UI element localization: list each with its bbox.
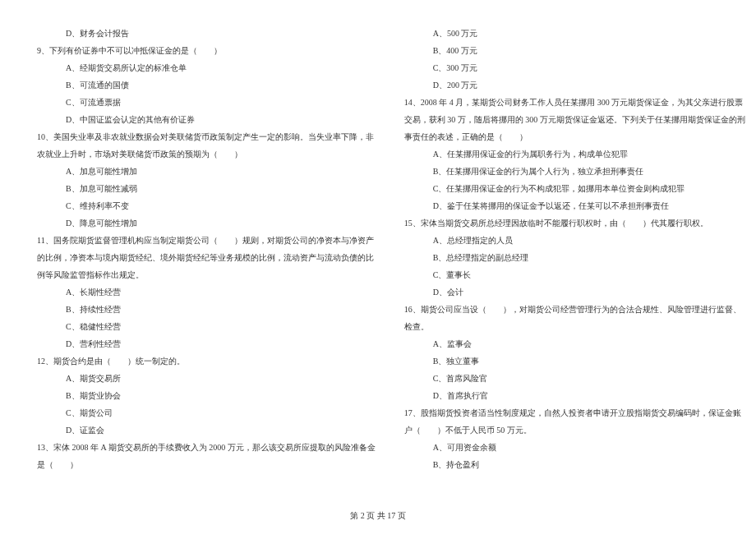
option-text: C、300 万元 bbox=[404, 59, 745, 76]
question-text: 14、2008 年 4 月，某期货公司财务工作人员任某挪用 300 万元期货保证… bbox=[404, 94, 745, 111]
question-text: 农就业上升时，市场对美联储货币政策的预期为（ ） bbox=[37, 145, 376, 163]
question-text: 12、期货合约是由（ ）统一制定的。 bbox=[37, 352, 376, 370]
right-column: A、500 万元 B、400 万元 C、300 万元 D、200 万元 14、2… bbox=[404, 25, 745, 501]
option-text: D、会计 bbox=[404, 283, 745, 301]
question-text: 9、下列有价证券中不可以冲抵保证金的是（ ） bbox=[37, 42, 376, 59]
option-text: D、财务会计报告 bbox=[37, 25, 376, 42]
question-text: 16、期货公司应当设（ ），对期货公司经营管理行为的合法合规性、风险管理进行监督… bbox=[404, 301, 745, 318]
question-text: 17、股指期货投资者适当性制度规定，自然人投资者申请开立股指期货交易编码时，保证… bbox=[404, 404, 745, 421]
option-text: B、加息可能性减弱 bbox=[37, 180, 376, 197]
page-footer: 第 2 页 共 17 页 bbox=[0, 510, 756, 522]
question-text: 11、国务院期货监督管理机构应当制定期货公司（ ）规则，对期货公司的净资本与净资… bbox=[37, 232, 376, 249]
option-text: C、首席风险官 bbox=[404, 370, 745, 387]
option-text: D、证监会 bbox=[37, 421, 376, 439]
option-text: D、营利性经营 bbox=[37, 335, 376, 352]
option-text: B、期货业协会 bbox=[37, 387, 376, 404]
question-text: 13、宋体 2008 年 A 期货交易所的手续费收入为 2000 万元，那么该交… bbox=[37, 439, 376, 456]
option-text: D、200 万元 bbox=[404, 76, 745, 94]
option-text: C、董事长 bbox=[404, 266, 745, 283]
option-text: D、鉴于任某将挪用的保证金予以返还，任某可以不承担刑事责任 bbox=[404, 197, 745, 214]
option-text: B、独立董事 bbox=[404, 352, 745, 370]
option-text: B、持续性经营 bbox=[37, 301, 376, 318]
option-text: C、稳健性经营 bbox=[37, 318, 376, 335]
option-text: B、可流通的国债 bbox=[37, 76, 376, 94]
question-text: 检查。 bbox=[404, 318, 745, 335]
question-text: 是（ ） bbox=[37, 456, 376, 473]
question-text: 10、美国失业率及非农就业数据会对美联储货币政策制定产生一定的影响。当失业率下降… bbox=[37, 128, 376, 145]
option-text: B、持仓盈利 bbox=[404, 456, 745, 473]
option-text: C、维持利率不变 bbox=[37, 197, 376, 214]
option-text: B、400 万元 bbox=[404, 42, 745, 59]
question-text: 的比例，净资本与境内期货经纪、境外期货经纪等业务规模的比例，流动资产与流动负债的… bbox=[37, 249, 376, 266]
option-text: C、期货公司 bbox=[37, 404, 376, 421]
question-text: 事责任的表述，正确的是（ ） bbox=[404, 128, 745, 145]
question-text: 交易，获利 30 万，随后将挪用的 300 万元期货保证金返还。下列关于任某挪用… bbox=[404, 111, 745, 128]
option-text: D、中国证监会认定的其他有价证券 bbox=[37, 111, 376, 128]
option-text: A、期货交易所 bbox=[37, 370, 376, 387]
option-text: B、总经理指定的副总经理 bbox=[404, 249, 745, 266]
question-text: 例等风险监管指标作出规定。 bbox=[37, 266, 376, 283]
option-text: A、长期性经营 bbox=[37, 283, 376, 301]
left-column: D、财务会计报告 9、下列有价证券中不可以冲抵保证金的是（ ） A、经期货交易所… bbox=[37, 25, 376, 501]
page-container: D、财务会计报告 9、下列有价证券中不可以冲抵保证金的是（ ） A、经期货交易所… bbox=[37, 25, 719, 501]
option-text: D、降息可能性增加 bbox=[37, 214, 376, 232]
question-text: 15、宋体当期货交易所总经理因故临时不能履行职权时，由（ ）代其履行职权。 bbox=[404, 214, 745, 232]
option-text: A、可用资金余额 bbox=[404, 439, 745, 456]
option-text: C、可流通票据 bbox=[37, 94, 376, 111]
option-text: A、经期货交易所认定的标准仓单 bbox=[37, 59, 376, 76]
question-text: 户（ ）不低于人民币 50 万元。 bbox=[404, 421, 745, 439]
option-text: D、首席执行官 bbox=[404, 387, 745, 404]
option-text: A、加息可能性增加 bbox=[37, 163, 376, 180]
option-text: B、任某挪用保证金的行为属个人行为，独立承担刑事责任 bbox=[404, 163, 745, 180]
option-text: A、总经理指定的人员 bbox=[404, 232, 745, 249]
option-text: A、500 万元 bbox=[404, 25, 745, 42]
option-text: C、任某挪用保证金的行为不构成犯罪，如挪用本单位资金则构成犯罪 bbox=[404, 180, 745, 197]
option-text: A、监事会 bbox=[404, 335, 745, 352]
option-text: A、任某挪用保证金的行为属职务行为，构成单位犯罪 bbox=[404, 145, 745, 163]
